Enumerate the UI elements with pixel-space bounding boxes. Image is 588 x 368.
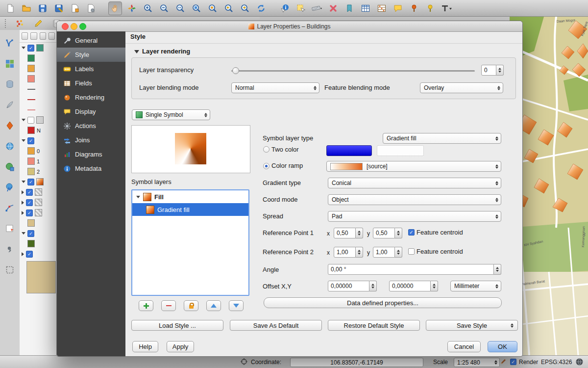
paint-icon[interactable] (500, 358, 507, 367)
layer-row[interactable] (20, 197, 57, 208)
layer-visibility-icon[interactable] (22, 32, 28, 40)
collapse-triangle-icon[interactable] (134, 50, 139, 53)
ref1-y-spinbox[interactable]: 0,50 (373, 228, 402, 238)
toggle-editing-icon[interactable] (32, 17, 45, 30)
restore-default-style-button[interactable]: Restore Default Style (328, 320, 420, 331)
nav-item-rendering[interactable]: Rendering (57, 90, 125, 105)
zoom-full-icon[interactable] (190, 2, 203, 15)
symbol-layer-type-combo[interactable]: Gradient fill (383, 133, 501, 144)
move-up-button[interactable] (206, 300, 221, 311)
node-tool-icon[interactable] (3, 202, 16, 214)
layer-row[interactable] (20, 208, 57, 218)
help-button[interactable]: Help (132, 341, 158, 352)
zoom-in-icon[interactable] (142, 2, 154, 15)
tree-row-fill[interactable]: Fill (132, 190, 248, 203)
pan-to-selection-icon[interactable] (125, 2, 138, 15)
show-bookmarks-icon[interactable] (343, 2, 356, 15)
save-project-as-icon[interactable] (52, 2, 65, 15)
add-wcs-layer-icon[interactable] (3, 160, 16, 173)
save-style-button[interactable]: Save Style (426, 320, 518, 331)
layer-row[interactable]: 2 (20, 166, 57, 177)
select-features-icon[interactable] (294, 2, 307, 15)
symbol-layers-tree[interactable]: Fill Gradient fill (131, 189, 249, 296)
add-wms-layer-icon[interactable] (3, 140, 16, 153)
add-spatialite-layer-icon[interactable] (3, 99, 16, 111)
ref2-x-spinbox[interactable]: 1,00 (334, 247, 363, 258)
pin-annotation-icon[interactable] (408, 2, 420, 15)
remove-symbol-layer-button[interactable] (161, 300, 176, 311)
renderer-combo[interactable]: Single Symbol (132, 109, 210, 120)
offset-y-spinbox[interactable]: 0,00000 (389, 281, 438, 291)
apply-button[interactable]: Apply (167, 341, 194, 352)
identify-features-icon[interactable] (278, 2, 291, 15)
label-tool-icon[interactable] (440, 2, 453, 15)
nav-item-style[interactable]: Style (57, 48, 125, 62)
layer-row[interactable] (20, 238, 57, 249)
layer-row[interactable] (20, 63, 57, 74)
layer-row[interactable]: N (20, 125, 57, 135)
zoom-last-icon[interactable] (222, 2, 235, 15)
color2-button[interactable] (377, 145, 424, 156)
color-ramp-radio[interactable] (263, 163, 270, 169)
load-style-button[interactable]: Load Style ... (131, 320, 223, 331)
crs-status-icon[interactable] (575, 358, 584, 368)
layer-blending-combo[interactable]: Normal (231, 82, 319, 93)
new-print-composer-icon[interactable] (69, 2, 81, 15)
open-attribute-table-icon[interactable] (359, 2, 372, 15)
snapping-options-icon[interactable] (13, 17, 26, 30)
ref2-centroid-checkbox[interactable] (408, 248, 415, 255)
add-postgis-layer-icon[interactable] (3, 78, 16, 91)
pan-map-icon[interactable] (108, 1, 122, 15)
color-ramp-combo[interactable]: [source] (326, 161, 501, 172)
gradient-type-combo[interactable]: Conical (328, 178, 501, 188)
layer-row[interactable] (20, 53, 57, 63)
layer-row[interactable] (20, 43, 57, 53)
mouse-position-icon[interactable] (240, 358, 248, 367)
layer-row[interactable] (20, 218, 57, 228)
expand-all-icon[interactable] (40, 32, 46, 40)
layer-row[interactable] (20, 228, 57, 238)
nav-item-display[interactable]: Display (57, 105, 125, 119)
toolbar-grip[interactable] (5, 19, 7, 28)
nav-item-general[interactable]: General (57, 33, 125, 48)
ref1-x-spinbox[interactable]: 0,50 (334, 228, 363, 238)
offset-unit-combo[interactable]: Millimeter (450, 281, 501, 291)
add-delimited-text-icon[interactable] (3, 243, 16, 256)
lock-symbol-layer-button[interactable] (184, 300, 198, 311)
close-window-icon[interactable] (62, 23, 69, 30)
tree-row-gradient-fill[interactable]: Gradient fill (132, 203, 248, 216)
composer-manager-icon[interactable] (85, 2, 98, 15)
layer-row[interactable] (20, 105, 57, 115)
layer-row[interactable]: 1 (20, 156, 57, 166)
add-wfs-layer-icon[interactable] (3, 181, 16, 194)
expand-icon[interactable] (136, 196, 140, 198)
coord-mode-combo[interactable]: Object (328, 194, 501, 205)
save-as-default-button[interactable]: Save As Default (230, 320, 322, 331)
add-vector-layer-icon[interactable] (3, 37, 16, 50)
add-raster-layer-icon[interactable] (3, 57, 16, 70)
scale-combo[interactable]: 1:25 480 (454, 358, 500, 367)
transparency-spinbox[interactable]: 0 (481, 65, 504, 76)
stepper[interactable] (496, 65, 504, 76)
cancel-button[interactable]: Cancel (447, 341, 481, 352)
spread-combo[interactable]: Pad (328, 211, 501, 222)
dialog-titlebar[interactable]: Layer Properties – Buildings (57, 21, 522, 32)
nav-item-labels[interactable]: Labels (57, 62, 125, 76)
save-project-icon[interactable] (36, 2, 49, 15)
data-defined-properties-button[interactable]: Data defined properties... (264, 297, 502, 308)
layer-row[interactable] (20, 94, 57, 105)
open-project-icon[interactable] (20, 2, 33, 15)
zoom-window-icon[interactable] (79, 23, 86, 30)
ref1-centroid-checkbox[interactable] (408, 229, 415, 236)
field-calculator-icon[interactable] (375, 2, 388, 15)
transparency-slider[interactable] (231, 70, 475, 72)
minimize-window-icon[interactable] (71, 23, 77, 30)
ok-button[interactable]: OK (488, 341, 517, 352)
layer-row[interactable] (20, 187, 57, 197)
new-project-icon[interactable] (4, 2, 17, 15)
filter-legend-icon[interactable] (30, 32, 37, 40)
layer-row[interactable]: 0 (20, 146, 57, 156)
zoom-to-layer-icon[interactable] (206, 2, 219, 15)
refresh-icon[interactable] (255, 2, 268, 15)
ref2-y-spinbox[interactable]: 1,00 (373, 247, 402, 258)
